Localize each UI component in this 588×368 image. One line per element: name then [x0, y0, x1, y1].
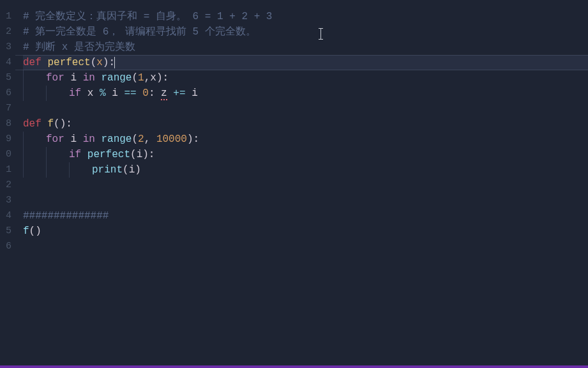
code-line[interactable] [23, 178, 588, 193]
code-line[interactable]: # 完全数定义：真因子和 = 自身。 6 = 1 + 2 + 3 [23, 9, 588, 24]
keyword-def: def [23, 118, 41, 130]
status-bar[interactable] [0, 365, 588, 368]
function-name: f [47, 118, 54, 130]
code-line[interactable] [23, 101, 588, 116]
line-number: 0 [0, 147, 15, 162]
parameter: x [96, 57, 103, 68]
line-number: 5 [0, 70, 15, 86]
line-number: 1 [0, 9, 15, 24]
comment: # 完全数定义：真因子和 = 自身。 6 = 1 + 2 + 3 [23, 11, 272, 22]
line-number: 4 [0, 208, 15, 224]
keyword-def: def [23, 57, 41, 68]
variable: i [70, 72, 77, 84]
code-line-active[interactable]: def perfect(x): [23, 55, 588, 70]
code-line[interactable]: for i in range(1,x): [23, 70, 588, 86]
code-line[interactable]: if x % i == 0: z += i [23, 86, 588, 101]
code-line[interactable]: for i in range(2, 10000): [23, 132, 588, 147]
comment: # 第一完全数是 6， 请编程寻找前 5 个完全数。 [23, 26, 256, 38]
line-number: 8 [0, 116, 15, 132]
function-call: perfect [87, 149, 130, 160]
operator-pluseq: += [173, 88, 185, 99]
comment: # 判断 x 是否为完美数 [23, 42, 135, 53]
code-editor[interactable]: 1 2 3 4 5 6 7 8 9 0 1 2 3 4 5 6 # 完全数定义：… [0, 0, 588, 365]
operator-eq: == [124, 88, 136, 99]
comment: ############## [23, 210, 109, 222]
code-line[interactable]: f() [23, 224, 588, 239]
keyword-for: for [46, 72, 64, 84]
keyword-for: for [46, 134, 64, 145]
code-line[interactable]: ############## [23, 208, 588, 224]
code-line[interactable]: def f(): [23, 116, 588, 132]
operator-mod: % [100, 88, 106, 99]
line-number-gutter: 1 2 3 4 5 6 7 8 9 0 1 2 3 4 5 6 [0, 0, 15, 365]
code-line[interactable] [23, 193, 588, 208]
keyword-in: in [83, 72, 95, 84]
line-number: 6 [0, 239, 15, 254]
line-number: 7 [0, 101, 15, 116]
line-number: 6 [0, 86, 15, 101]
line-number: 2 [0, 178, 15, 193]
line-number: 4 [0, 55, 15, 70]
line-number: 2 [0, 24, 15, 40]
function-name: perfect [47, 57, 90, 68]
number: 1 [138, 72, 144, 84]
undefined-variable-error: z [161, 88, 167, 100]
line-number: 5 [0, 224, 15, 239]
code-line[interactable]: if perfect(i): [23, 147, 588, 162]
code-line[interactable]: # 判断 x 是否为完美数 [23, 40, 588, 55]
keyword-if: if [69, 88, 81, 99]
text-caret [114, 57, 115, 68]
paren-open: ( [91, 57, 97, 68]
keyword-if: if [69, 149, 81, 160]
code-line[interactable]: # 第一完全数是 6， 请编程寻找前 5 个完全数。 [23, 24, 588, 40]
keyword-in: in [83, 134, 95, 145]
line-number: 3 [0, 40, 15, 55]
builtin-range: range [101, 72, 132, 84]
builtin-range: range [101, 134, 132, 145]
line-number: 1 [0, 162, 15, 178]
builtin-print: print [92, 164, 123, 176]
line-number: 9 [0, 132, 15, 147]
line-number: 3 [0, 193, 15, 208]
code-line[interactable] [23, 239, 588, 254]
function-call: f [23, 226, 29, 237]
code-line[interactable]: print(i) [23, 162, 588, 178]
code-area[interactable]: # 完全数定义：真因子和 = 自身。 6 = 1 + 2 + 3 # 第一完全数… [15, 0, 588, 365]
